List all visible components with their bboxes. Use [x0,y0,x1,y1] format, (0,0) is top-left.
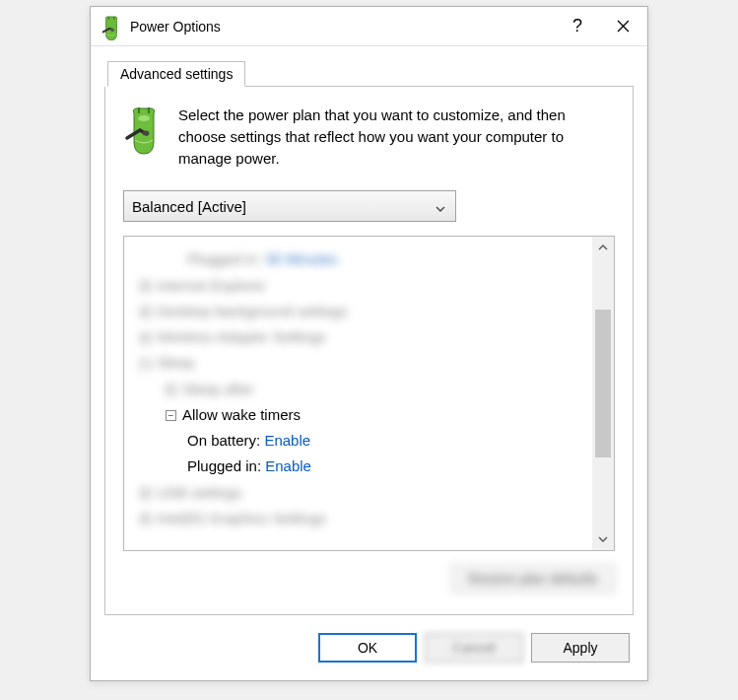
tree-item-blurred: +Sleep after [130,377,608,402]
help-button[interactable]: ? [555,8,600,45]
scroll-thumb[interactable] [595,310,611,457]
tree-item-blurred: +Wireless Adapter Settings [130,324,608,350]
close-button[interactable] [600,8,645,45]
tree-item-blurred: +Desktop background settings [130,299,608,324]
tree-item-blurred: +Intel(R) Graphics Settings [130,506,608,531]
restore-defaults-button[interactable]: Restore plan defaults [451,565,615,593]
power-options-icon [101,16,122,37]
tab-advanced-settings[interactable]: Advanced settings [107,61,245,87]
cancel-button[interactable]: Cancel [425,633,523,663]
close-icon [617,20,630,33]
dropdown-value: Balanced [Active] [132,198,432,215]
intro-text: Select the power plan that you want to c… [178,105,615,169]
ok-button[interactable]: OK [318,633,417,663]
setting-value[interactable]: Enable [264,432,310,449]
battery-icon [123,106,165,156]
scroll-down-arrow[interactable] [592,528,614,550]
setting-label: On battery: [187,432,260,449]
tab-panel: Select the power plan that you want to c… [104,87,634,615]
scrollbar[interactable] [592,237,614,550]
chevron-down-icon [432,198,449,215]
scroll-track[interactable] [592,258,614,528]
svg-point-0 [110,28,113,31]
svg-point-1 [138,115,150,121]
setting-label: Plugged in: [187,457,261,474]
tree-item-blurred: −Sleep [130,350,608,376]
tree-item-label: Allow wake timers [182,406,301,423]
scroll-up-arrow[interactable] [592,237,614,258]
tree-item-plugged-in[interactable]: Plugged in: Enable [130,454,608,479]
tab-strip: Advanced settings [108,60,634,87]
titlebar: Power Options ? [91,7,647,46]
power-plan-dropdown[interactable]: Balanced [Active] [123,190,456,222]
svg-point-2 [143,131,150,136]
tree-item-blurred: +Internet Explorer [130,273,608,299]
settings-tree[interactable]: Plugged in: 30 Minutes +Internet Explore… [123,236,615,551]
tree-item-allow-wake-timers[interactable]: −Allow wake timers [130,402,608,428]
tree-item-on-battery[interactable]: On battery: Enable [130,428,608,454]
apply-button[interactable]: Apply [531,633,630,663]
tree-item-blurred: Plugged in: 30 Minutes [130,246,608,272]
collapse-icon[interactable]: − [166,410,176,421]
tree-item-blurred: +USB settings [130,480,608,506]
dialog-footer: OK Cancel Apply [91,633,647,680]
power-options-dialog: Power Options ? Advanced settings [90,6,648,681]
window-title: Power Options [130,19,555,35]
setting-value[interactable]: Enable [265,457,311,474]
